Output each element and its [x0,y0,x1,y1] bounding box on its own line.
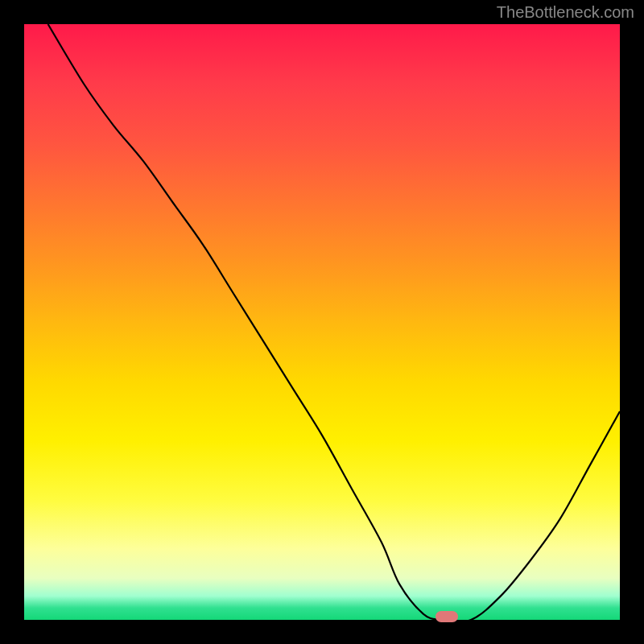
watermark-text: TheBottleneck.com [497,3,634,22]
plot-area [24,24,620,620]
optimal-marker [436,611,458,622]
bottleneck-curve [24,24,620,620]
chart-container: TheBottleneck.com [0,0,644,644]
